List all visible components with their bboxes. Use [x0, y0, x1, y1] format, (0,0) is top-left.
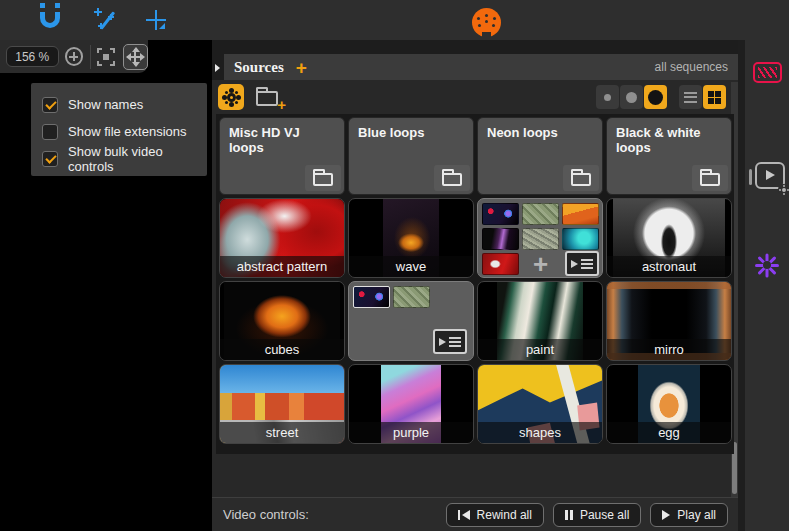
panel-collapse-handle[interactable]	[212, 54, 224, 80]
zoom-level-field[interactable]: 156 %	[6, 46, 59, 67]
preview-canvas: 156 % Show names Show file extensions	[0, 40, 212, 531]
new-folder-button[interactable]: +	[256, 87, 282, 107]
clip-name: cubes	[220, 339, 344, 360]
folder-tile[interactable]: Misc HD VJ loops	[219, 117, 345, 195]
crosshair-icon	[146, 10, 166, 30]
option-show-file-extensions[interactable]: Show file extensions	[42, 119, 207, 144]
grid-view-button[interactable]	[703, 85, 726, 109]
rewind-all-button[interactable]: Rewind all	[446, 503, 544, 527]
clip-tile-cubes[interactable]: cubes	[219, 281, 345, 361]
thumb-size-small-button[interactable]	[596, 85, 619, 109]
settings-button[interactable]	[218, 84, 244, 110]
arrow-down	[132, 62, 140, 67]
clip-tile-street[interactable]: street	[219, 364, 345, 444]
folder-badge	[692, 165, 728, 191]
folder-tile[interactable]: Blue loops	[348, 117, 474, 195]
checkbox-show-bulk-video-controls[interactable]	[42, 151, 58, 167]
mini-thumbnail[interactable]	[482, 228, 519, 250]
clip-name: paint	[478, 339, 602, 360]
panel-divider[interactable]	[738, 40, 745, 531]
clip-name: egg	[607, 422, 731, 443]
folder-badge	[305, 165, 341, 191]
mini-thumbnail[interactable]	[353, 286, 390, 308]
mini-thumbnail[interactable]	[522, 228, 559, 250]
clip-tile-purple[interactable]: purple	[348, 364, 474, 444]
folder-name: Black & white loops	[616, 125, 722, 156]
mini-thumbnail[interactable]	[393, 286, 430, 308]
rewind-icon	[458, 510, 470, 520]
clip-grid: Misc HD VJ loops Blue loops Neon loops B…	[216, 114, 734, 454]
option-show-bulk-video-controls[interactable]: Show bulk video controls	[42, 146, 207, 171]
clip-tile-wave[interactable]: wave	[348, 198, 474, 278]
mini-thumbnail[interactable]	[482, 203, 519, 225]
effects-sparkle-icon[interactable]	[754, 252, 780, 278]
option-label: Show names	[68, 97, 143, 112]
output-disabled-icon[interactable]	[753, 62, 782, 83]
midi-pins	[485, 20, 488, 23]
clip-tile-shapes[interactable]: shapes	[477, 364, 603, 444]
queue-lines-glyph	[449, 337, 461, 347]
sequence-group-tile[interactable]	[348, 281, 474, 361]
checkbox-show-file-extensions[interactable]	[42, 124, 58, 140]
arrow-left	[126, 53, 131, 61]
app-window: 156 % Show names Show file extensions	[0, 0, 789, 531]
sequence-group-tile[interactable]: +	[477, 198, 603, 278]
folder-icon	[256, 91, 278, 106]
collapse-arrow-icon	[215, 64, 220, 72]
magnet-icon	[40, 12, 60, 28]
magnet-snap-icon[interactable]	[38, 8, 64, 32]
playlist-icon[interactable]	[565, 251, 599, 276]
sequence-filter[interactable]: all sequences	[655, 60, 728, 74]
right-sidebar	[745, 40, 789, 531]
pause-all-button[interactable]: Pause all	[553, 503, 641, 527]
add-source-button[interactable]: +	[296, 58, 307, 77]
button-label: Rewind all	[477, 508, 532, 522]
add-to-group-button[interactable]: +	[522, 253, 559, 275]
fit-to-screen-button[interactable]	[97, 48, 115, 66]
midi-connector-icon[interactable]	[472, 8, 501, 37]
video-controls-label: Video controls:	[223, 507, 309, 522]
mini-thumbnail[interactable]	[562, 203, 599, 225]
playlist-icon[interactable]	[433, 329, 467, 354]
zoom-toolbar: 156 %	[0, 40, 148, 73]
option-show-names[interactable]: Show names	[42, 92, 207, 117]
zoom-in-button[interactable]	[65, 47, 84, 66]
video-controls-buttons: Rewind all Pause all Play all	[446, 503, 728, 527]
play-glyph	[439, 338, 446, 346]
play-glyph	[571, 260, 578, 268]
clip-tile-egg[interactable]: egg	[606, 364, 732, 444]
arrow-right	[140, 53, 145, 61]
clip-tile-abstract-pattern[interactable]: abstract pattern	[219, 198, 345, 278]
thumb-size-medium-button[interactable]	[620, 85, 643, 109]
sparkle-plus-icon	[98, 23, 104, 29]
mini-thumbnail[interactable]	[482, 253, 519, 275]
display-options-popup: Show names Show file extensions Show bul…	[31, 83, 207, 176]
media-player-settings-icon[interactable]	[749, 162, 787, 192]
button-label: Play all	[677, 508, 716, 522]
gear-icon	[227, 93, 236, 102]
clip-tile-astronaut[interactable]: astronaut	[606, 198, 732, 278]
magic-wand-icon[interactable]	[94, 8, 120, 32]
arrow-up	[132, 47, 140, 52]
thumb-size-large-button[interactable]	[644, 85, 667, 109]
clip-name: mirro	[607, 339, 731, 360]
mini-thumbnail[interactable]	[562, 228, 599, 250]
clip-tile-mirro[interactable]: mirro	[606, 281, 732, 361]
folder-icon	[700, 173, 720, 186]
grid-icon	[708, 91, 721, 104]
clip-name: wave	[349, 256, 473, 277]
toolbar-divider	[90, 45, 91, 69]
folder-tile[interactable]: Black & white loops	[606, 117, 732, 195]
clip-tile-paint[interactable]: paint	[477, 281, 603, 361]
list-view-button[interactable]	[679, 85, 702, 109]
mini-thumbnail[interactable]	[522, 203, 559, 225]
list-icon	[684, 92, 697, 103]
checkbox-show-names[interactable]	[42, 97, 58, 113]
button-label: Pause all	[580, 508, 629, 522]
play-glyph	[766, 170, 775, 180]
pan-tool-button[interactable]	[123, 44, 148, 70]
play-all-button[interactable]: Play all	[650, 503, 728, 527]
folder-tile[interactable]: Neon loops	[477, 117, 603, 195]
crosshair-add-icon[interactable]	[144, 8, 170, 32]
plus-icon: +	[277, 96, 286, 113]
